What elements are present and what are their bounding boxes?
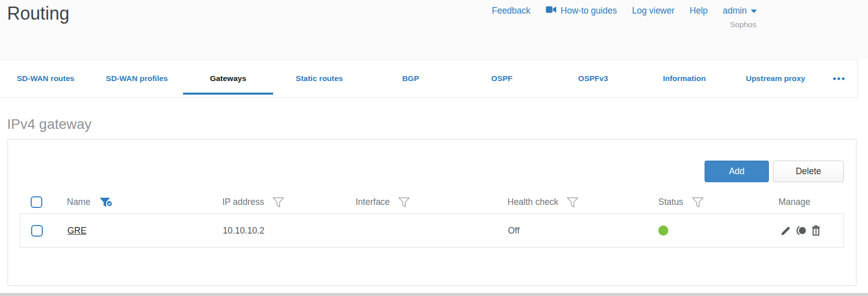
help-link[interactable]: Help <box>689 6 708 16</box>
status-dot <box>658 226 668 236</box>
delete-trash-icon[interactable] <box>811 225 821 236</box>
page-header: Routing Feedback How-to guides Log viewe… <box>0 0 868 59</box>
brand-label: Sophos <box>730 20 757 29</box>
top-navigation: Feedback How-to guides Log viewer Help a… <box>492 2 757 59</box>
column-header-name: Name <box>67 197 91 207</box>
ip-address-filter-icon[interactable] <box>273 197 284 208</box>
health-check-filter-icon[interactable] <box>567 197 578 208</box>
log-viewer-link[interactable]: Log viewer <box>632 6 675 16</box>
section-heading: IPv4 gateway <box>7 116 868 132</box>
tab-ospf[interactable]: OSPF <box>456 60 547 97</box>
gateways-table: Name IP address <box>20 191 844 248</box>
column-header-health-check: Health check <box>507 197 558 207</box>
tab-static-routes[interactable]: Static routes <box>274 60 365 97</box>
add-button[interactable]: Add <box>705 161 769 182</box>
page-title: Routing <box>7 3 69 59</box>
tab-gateways[interactable]: Gateways <box>183 60 274 97</box>
filter-check-badge <box>106 199 113 209</box>
howto-guides-link[interactable]: How-to guides <box>546 6 617 16</box>
tab-information[interactable]: Information <box>639 60 730 97</box>
tab-bgp[interactable]: BGP <box>365 60 456 97</box>
chevron-down-icon <box>751 10 757 13</box>
interface-filter-icon[interactable] <box>398 197 410 208</box>
deactivate-toggle-icon[interactable] <box>795 226 807 236</box>
routing-tabbar: SD-WAN routes SD-WAN profiles Gateways S… <box>0 59 858 98</box>
column-header-status: Status <box>658 197 683 207</box>
gateway-health-check: Off <box>508 226 659 236</box>
column-header-manage: Manage <box>778 197 810 207</box>
bottom-divider <box>0 293 868 296</box>
gateway-ip-address: 10.10.10.2 <box>223 226 356 236</box>
video-camera-icon <box>546 6 557 16</box>
tab-sdwan-routes[interactable]: SD-WAN routes <box>0 60 91 97</box>
delete-button[interactable]: Delete <box>773 161 844 182</box>
ipv4-gateway-panel: Add Delete Name <box>8 139 856 286</box>
column-header-interface: Interface <box>356 197 390 207</box>
column-header-ip-address: IP address <box>222 197 264 207</box>
admin-menu[interactable]: admin <box>723 6 757 16</box>
select-all-checkbox[interactable] <box>31 196 42 208</box>
table-toolbar: Add Delete <box>8 139 856 182</box>
tabs-overflow-button[interactable]: ••• <box>821 60 857 97</box>
gateway-name-link[interactable]: GRE <box>67 226 86 236</box>
tab-ospfv3[interactable]: OSPFv3 <box>548 60 639 97</box>
status-filter-icon[interactable] <box>692 197 704 208</box>
manage-actions <box>779 225 843 236</box>
name-filter-active-icon[interactable] <box>99 197 111 208</box>
gateway-table-row: GRE 10.10.10.2 Off <box>20 213 844 248</box>
tab-upstream-proxy[interactable]: Upstream proxy <box>730 60 821 97</box>
table-header-row: Name IP address <box>20 191 844 213</box>
tab-sdwan-profiles[interactable]: SD-WAN profiles <box>91 60 182 97</box>
edit-pencil-icon[interactable] <box>780 225 792 236</box>
feedback-link[interactable]: Feedback <box>492 6 531 16</box>
row-checkbox[interactable] <box>31 225 43 237</box>
